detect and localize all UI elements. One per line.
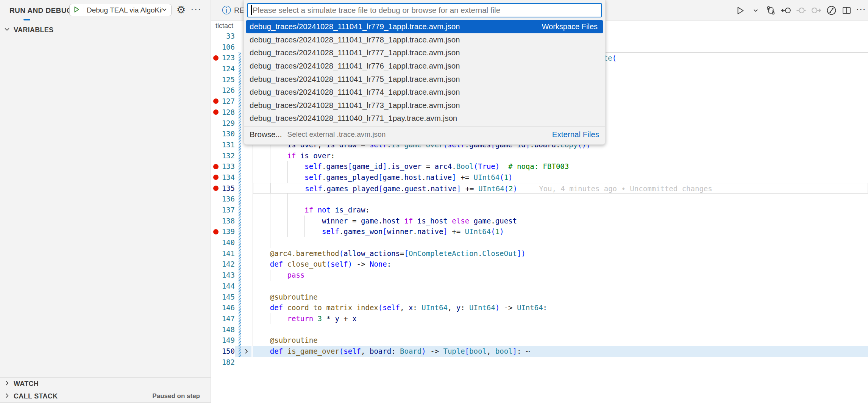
breakpoint-gutter[interactable] <box>211 248 221 259</box>
step-back-circle-icon[interactable] <box>780 5 792 16</box>
quickpick-item[interactable]: debug_traces/20241028_111041_lr775_1appl… <box>246 72 603 86</box>
trace-file-name: debug_traces/20241028_111041_lr777_1appl… <box>250 48 460 57</box>
more-actions-icon[interactable]: ··· <box>190 3 201 15</box>
code-line[interactable]: 145 @subroutine <box>211 292 868 303</box>
breakpoint-gutter[interactable] <box>211 74 221 85</box>
code-line[interactable]: 135 self.games_played[game.guest.native]… <box>211 183 868 194</box>
fold-chevron-right-icon[interactable] <box>241 346 251 357</box>
modified-lines-gutter <box>235 107 241 118</box>
fold-gutter <box>241 292 251 303</box>
code-line[interactable]: 143 pass <box>211 270 868 281</box>
breakpoint-gutter[interactable] <box>211 63 221 74</box>
fold-gutter <box>241 172 251 183</box>
code-line[interactable]: 136 <box>211 194 868 205</box>
breakpoint-gutter[interactable] <box>211 31 221 42</box>
debug-config-dropdown[interactable]: Debug TEAL via AlgoKit <box>69 4 172 16</box>
commit-graph-circle-icon[interactable] <box>826 5 837 16</box>
dropdown-chevron-icon[interactable] <box>750 5 761 16</box>
breakpoint-gutter[interactable] <box>211 357 221 368</box>
breakpoint-icon[interactable] <box>211 96 221 107</box>
quickpick-input-box[interactable] <box>247 3 602 17</box>
breakpoint-icon[interactable] <box>211 172 221 183</box>
indent-guide <box>253 324 253 335</box>
breakpoint-gutter[interactable] <box>211 237 221 248</box>
circle-arrow-right-icon-disabled[interactable] <box>810 5 822 16</box>
breakpoint-gutter[interactable] <box>211 346 221 357</box>
variables-section-header[interactable]: VARIABLES <box>0 24 211 36</box>
breakpoint-gutter[interactable] <box>211 281 221 292</box>
trace-file-search-input[interactable] <box>253 6 601 15</box>
breakpoint-icon[interactable] <box>211 52 221 63</box>
code-line[interactable]: 134 self.games_played[game.host.native] … <box>211 172 868 183</box>
code-line[interactable]: 137 if not is_draw: <box>211 205 868 216</box>
quickpick-item[interactable]: debug_traces/20241028_111041_lr776_1appl… <box>246 59 603 73</box>
indent-guide <box>287 194 288 205</box>
quickpick-item[interactable]: debug_traces/20241028_111041_lr774_1appl… <box>246 86 603 99</box>
browse-description: Select external .trace.avm.json <box>287 130 386 139</box>
indent-guide <box>270 205 270 216</box>
quickpick-item[interactable]: debug_traces/20241028_111041_lr778_1appl… <box>246 33 603 47</box>
code-line[interactable]: 138 winner = game.host if is_host else g… <box>211 216 868 226</box>
code-line[interactable]: 144 <box>211 281 868 292</box>
watch-section-header[interactable]: WATCH <box>0 377 211 390</box>
indent-guide <box>304 226 305 237</box>
breakpoint-gutter[interactable] <box>211 128 221 139</box>
breakpoint-gutter[interactable] <box>211 150 221 161</box>
gear-icon[interactable]: ⚙ <box>175 4 187 16</box>
code-line[interactable]: 139 self.games_won[winner.native] += UIn… <box>211 226 868 237</box>
fold-gutter <box>241 161 251 172</box>
code-line[interactable]: 150 def is_game_over(self, board: Board)… <box>211 346 868 357</box>
fold-gutter <box>241 259 251 270</box>
breakpoint-icon[interactable] <box>211 226 221 237</box>
quickpick-item[interactable]: debug_traces/20241028_111040_lr771_1pay.… <box>246 112 603 125</box>
code-line[interactable]: 141 @arc4.baremethod(allow_actions=[OnCo… <box>211 248 868 259</box>
breakpoint-gutter[interactable] <box>211 270 221 281</box>
breakpoint-gutter[interactable] <box>211 335 221 346</box>
line-circle-icon-disabled[interactable] <box>795 5 807 16</box>
code-line-content <box>253 357 868 368</box>
breakpoint-gutter[interactable] <box>211 42 221 53</box>
code-line[interactable]: 147 return 3 * y + x <box>211 313 868 324</box>
quickpick-item[interactable]: debug_traces/20241028_111041_lr779_1appl… <box>246 20 603 33</box>
indent-guide <box>287 161 288 172</box>
more-actions-icon[interactable]: ··· <box>856 3 866 18</box>
call-stack-section-header[interactable]: CALL STACK Paused on step <box>0 390 211 402</box>
code-line[interactable]: 133 self.games[game_id].is_over = arc4.B… <box>211 161 868 172</box>
breakpoint-gutter[interactable] <box>211 324 221 335</box>
breakpoint-gutter[interactable] <box>211 259 221 270</box>
breakpoint-gutter[interactable] <box>211 139 221 150</box>
code-line[interactable]: 142 def close_out(self) -> None: <box>211 259 868 270</box>
run-or-debug-play-icon[interactable] <box>735 5 746 16</box>
breakpoint-gutter[interactable] <box>211 313 221 324</box>
breadcrumb-item[interactable]: tictact <box>215 22 233 30</box>
breakpoint-gutter[interactable] <box>211 118 221 129</box>
breakpoint-gutter[interactable] <box>211 194 221 205</box>
code-line[interactable]: 140 <box>211 237 868 248</box>
breakpoint-gutter[interactable] <box>211 205 221 216</box>
compare-trace-icon[interactable] <box>765 5 776 16</box>
indent-guide <box>288 183 288 194</box>
quickpick-item[interactable]: debug_traces/20241028_111041_lr773_1appl… <box>246 99 603 112</box>
breakpoint-dot <box>213 55 219 61</box>
breakpoint-icon[interactable] <box>211 183 221 194</box>
breakpoint-gutter[interactable] <box>211 292 221 303</box>
code-line[interactable]: 149 @subroutine <box>211 335 868 346</box>
breakpoint-icon[interactable] <box>211 107 221 118</box>
modified-lines-gutter <box>235 302 241 313</box>
breakpoint-gutter[interactable] <box>211 85 221 96</box>
fold-gutter <box>241 237 251 248</box>
breakpoint-gutter[interactable] <box>211 216 221 226</box>
code-line[interactable]: 146 def coord_to_matrix_index(self, x: U… <box>211 302 868 313</box>
browse-external-row[interactable]: Browse... Select external .trace.avm.jso… <box>244 128 605 141</box>
quickpick-item[interactable]: debug_traces/20241028_111041_lr777_1appl… <box>246 46 603 59</box>
code-line-content: def close_out(self) -> None: <box>253 259 868 270</box>
start-debug-button[interactable] <box>70 4 83 16</box>
split-editor-icon[interactable] <box>841 5 852 16</box>
breakpoint-dot <box>213 164 219 169</box>
code-line[interactable]: 182 <box>211 357 868 368</box>
code-line[interactable]: 132 if is_over: <box>211 150 868 161</box>
breakpoint-icon[interactable] <box>211 161 221 172</box>
breakpoint-gutter[interactable] <box>211 302 221 313</box>
code-line[interactable]: 148 <box>211 324 868 335</box>
indent-guide <box>270 161 270 172</box>
